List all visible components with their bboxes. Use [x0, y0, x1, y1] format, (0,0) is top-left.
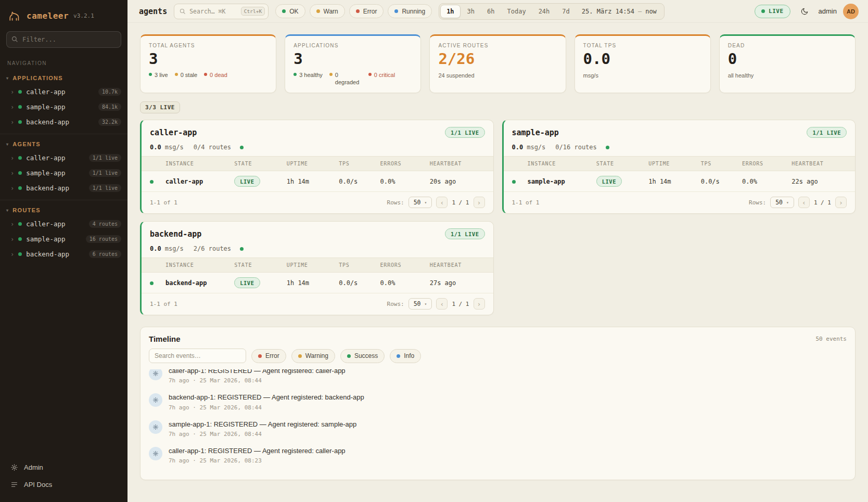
instance-row[interactable]: backend-app LIVE 1h 14m 0.0/s 0.0% 27s a…: [142, 273, 493, 293]
cell-instance: caller-app: [165, 178, 234, 185]
gear-icon: [10, 464, 18, 471]
timeline-filter-info-button[interactable]: Info: [390, 349, 421, 363]
brand-version: v3.2.1: [73, 12, 94, 19]
sidebar-section-header-agents[interactable]: ▾ AGENTS: [0, 136, 127, 150]
sidebar-item-badge: 16 routes: [86, 235, 121, 243]
chevron-down-icon: ▾: [425, 302, 427, 306]
timeline-event[interactable]: caller-app-1: REGISTERED — Agent registe…: [149, 369, 847, 389]
range-7d-button[interactable]: 7d: [556, 5, 575, 18]
filter-label: Error: [363, 8, 377, 15]
section-title: AGENTS: [12, 141, 41, 147]
cell-tps: 0.0/s: [701, 178, 742, 185]
app-card-backend-app: backend-app 1/1 LIVE 0.0 msg/s 2/6 route…: [140, 221, 494, 315]
timeline-event[interactable]: backend-app-1: REGISTERED — Agent regist…: [149, 389, 847, 415]
error-status-dot: [356, 9, 360, 13]
app-health-dot: [240, 247, 244, 251]
timeline-search-input[interactable]: [149, 349, 246, 363]
timeline-event[interactable]: sample-app-1: REGISTERED — Agent registe…: [149, 416, 847, 442]
sidebar-item-label: caller-app: [26, 154, 85, 162]
prev-page-button[interactable]: ‹: [436, 197, 448, 208]
sidebar-route-caller-app[interactable]: › caller-app 4 routes: [0, 216, 127, 231]
sidebar-app-caller-app[interactable]: › caller-app 10.7k: [0, 84, 127, 99]
chevron-down-icon: ▾: [786, 200, 789, 205]
live-status-dot: [761, 9, 765, 13]
sidebar-item-label: sample-app: [26, 169, 85, 177]
stat-cards-row: TOTAL AGENTS 3 3 live 0 stale 0 dead APP…: [140, 34, 856, 93]
stat-meta-item: 0 critical: [374, 71, 395, 79]
filter-running-button[interactable]: Running: [388, 4, 432, 18]
sidebar-route-backend-app[interactable]: › backend-app 6 routes: [0, 247, 127, 262]
instances-table-header: INSTANCE STATE UPTIME TPS ERRORS HEARTBE…: [142, 258, 493, 273]
instance-row[interactable]: caller-app LIVE 1h 14m 0.0/s 0.0% 20s ag…: [142, 171, 493, 192]
next-page-button[interactable]: ›: [474, 197, 485, 208]
status-dot: [18, 120, 22, 124]
rows-per-page-value: 50: [414, 199, 421, 206]
rows-per-page-select[interactable]: 50 ▾: [409, 298, 432, 310]
stat-value: 0.0: [583, 51, 702, 68]
sidebar-filter-input[interactable]: [6, 31, 121, 48]
page-indicator: 1 / 1: [452, 301, 469, 307]
timeline-event[interactable]: caller-app-1: REGISTERED — Agent registe…: [149, 442, 847, 469]
timeline-filter-error-button[interactable]: Error: [251, 349, 286, 363]
timeline-events-scroll[interactable]: caller-app-1: REGISTERED — Agent registe…: [141, 369, 855, 480]
sidebar-section-routes: ▾ ROUTES › caller-app 4 routes › sample-…: [0, 200, 127, 266]
timeline-filter-success-button[interactable]: Success: [340, 349, 385, 363]
sidebar-agent-caller-app[interactable]: › caller-app 1/1 live: [0, 150, 127, 165]
range-24h-button[interactable]: 24h: [533, 5, 556, 18]
status-dot: [18, 237, 22, 241]
sidebar-item-admin[interactable]: Admin: [5, 459, 122, 475]
app-layout: cameleer v3.2.1 NAVIGATION ▾ APPLICATION…: [0, 0, 868, 502]
page-title: agents: [139, 7, 167, 16]
prev-page-button[interactable]: ‹: [798, 197, 810, 208]
sidebar-agent-sample-app[interactable]: › sample-app 1/1 live: [0, 165, 127, 181]
next-page-button[interactable]: ›: [835, 197, 847, 208]
app-live-badge: 1/1 LIVE: [807, 127, 847, 138]
rows-per-page-select[interactable]: 50 ▾: [409, 197, 432, 208]
filter-warn-button[interactable]: Warn: [310, 4, 345, 18]
filter-error-button[interactable]: Error: [349, 4, 384, 18]
stat-card-applications: APPLICATIONS 3 3 healthy 0 degraded 0 cr…: [285, 34, 421, 93]
range-1h-button[interactable]: 1h: [440, 5, 460, 18]
stat-card-total-agents: TOTAL AGENTS 3 3 live 0 stale 0 dead: [140, 34, 276, 93]
sidebar-item-label: caller-app: [26, 220, 85, 228]
datetime-text: 25. März 14:54: [582, 8, 634, 15]
app-live-badge: 1/1 LIVE: [445, 127, 485, 138]
prev-page-button[interactable]: ‹: [436, 298, 448, 310]
range-today-button[interactable]: Today: [502, 5, 532, 18]
global-search[interactable]: Ctrl+K: [174, 4, 269, 19]
col-instance: INSTANCE: [165, 262, 234, 268]
sidebar-route-sample-app[interactable]: › sample-app 16 routes: [0, 231, 127, 247]
dark-mode-toggle[interactable]: [797, 4, 812, 19]
next-page-button[interactable]: ›: [474, 298, 485, 310]
live-status-toggle[interactable]: LIVE: [755, 5, 790, 18]
filter-ok-button[interactable]: OK: [275, 4, 305, 18]
sidebar-item-api-docs[interactable]: API Docs: [5, 477, 122, 493]
range-3h-button[interactable]: 3h: [462, 5, 480, 18]
app-rate-unit: msg/s: [527, 144, 545, 151]
instance-row[interactable]: sample-app LIVE 1h 14m 0.0/s 0.0% 22s ag…: [504, 171, 856, 192]
col-tps: TPS: [339, 161, 380, 166]
rows-per-page-label: Rows:: [387, 199, 404, 206]
rows-per-page-select[interactable]: 50 ▾: [770, 197, 794, 208]
timeline-toolbar: Error Warning Success Info: [141, 347, 855, 369]
sidebar-agent-backend-app[interactable]: › backend-app 1/1 live: [0, 181, 127, 196]
stat-card-dead: DEAD 0 all healthy: [719, 34, 856, 93]
cell-instance: sample-app: [528, 178, 596, 185]
col-uptime: UPTIME: [287, 161, 339, 166]
col-heartbeat: HEARTBEAT: [430, 161, 485, 166]
stat-value: 3: [149, 51, 267, 68]
sidebar-item-label: backend-app: [26, 118, 94, 126]
sidebar-app-sample-app[interactable]: › sample-app 84.1k: [0, 99, 127, 114]
dead-dot: [204, 73, 207, 76]
range-6h-button[interactable]: 6h: [481, 5, 500, 18]
user-avatar[interactable]: AD: [843, 4, 859, 19]
cell-uptime: 1h 14m: [648, 178, 700, 185]
sidebar-section-header-routes[interactable]: ▾ ROUTES: [0, 202, 127, 216]
chevron-left-icon: ‹: [802, 199, 806, 207]
search-input[interactable]: [189, 8, 238, 15]
sidebar-app-backend-app[interactable]: › backend-app 32.2k: [0, 114, 127, 130]
sidebar-section-header-applications[interactable]: ▾ APPLICATIONS: [0, 70, 127, 84]
timeline-filter-warning-button[interactable]: Warning: [291, 349, 335, 363]
sidebar-item-badge: 32.2k: [98, 118, 121, 126]
navigation-label: NAVIGATION: [0, 54, 127, 68]
